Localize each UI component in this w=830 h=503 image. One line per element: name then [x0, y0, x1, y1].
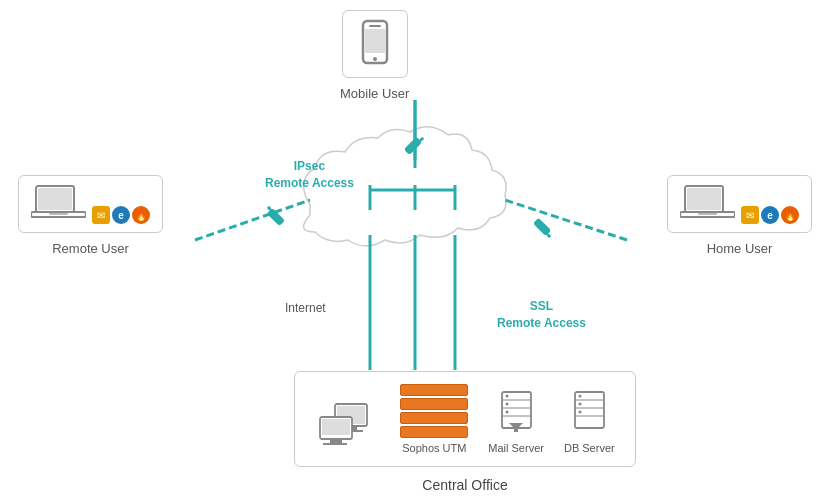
central-office-box: Sophos UTM Mail Server	[294, 371, 635, 467]
svg-rect-11	[404, 137, 422, 155]
svg-rect-19	[546, 233, 551, 238]
remote-user-label: Remote User	[52, 241, 129, 256]
ssl-label-line2: Remote Access	[497, 316, 586, 330]
svg-point-24	[373, 57, 377, 61]
home-user-node: ✉ e 🔥 Home User	[667, 175, 812, 256]
ssl-label: SSL Remote Access	[497, 298, 586, 332]
svg-rect-17	[533, 218, 551, 236]
ipsec-label-line2: Remote Access	[265, 176, 354, 190]
mobile-user-node: Mobile User	[340, 10, 409, 101]
svg-rect-29	[49, 213, 68, 215]
svg-rect-51	[575, 392, 604, 428]
remote-user-node: ✉ e 🔥 Remote User	[18, 175, 163, 256]
svg-rect-41	[323, 443, 347, 445]
svg-point-56	[578, 403, 581, 406]
mobile-user-box	[342, 10, 408, 78]
home-user-label: Home User	[707, 241, 773, 256]
remote-user-box: ✉ e 🔥	[18, 175, 163, 233]
svg-point-55	[578, 395, 581, 398]
central-office-node: Sophos UTM Mail Server	[155, 371, 775, 493]
sophos-utm-device: Sophos UTM	[400, 384, 468, 454]
svg-rect-27	[38, 188, 72, 210]
svg-rect-39	[322, 419, 350, 435]
svg-rect-18	[544, 230, 549, 235]
svg-rect-23	[369, 25, 381, 27]
svg-point-48	[505, 411, 508, 414]
computers-device	[315, 399, 380, 454]
svg-rect-40	[330, 439, 342, 443]
svg-rect-15	[270, 209, 275, 214]
svg-line-8	[195, 200, 310, 240]
svg-rect-25	[365, 29, 385, 53]
laptop-icon	[31, 184, 86, 224]
svg-rect-31	[687, 188, 721, 210]
svg-point-57	[578, 411, 581, 414]
home-user-box: ✉ e 🔥	[667, 175, 812, 233]
svg-rect-14	[267, 208, 285, 226]
svg-point-47	[505, 403, 508, 406]
ipsec-label-line1: IPsec	[294, 159, 325, 173]
svg-rect-13	[419, 137, 424, 142]
computers-icon	[315, 399, 380, 454]
svg-point-46	[505, 395, 508, 398]
phone-icon	[355, 19, 395, 69]
ipsec-label: IPsec Remote Access	[265, 158, 354, 192]
laptop-home-icon	[680, 184, 735, 224]
app-icons-remote: ✉ e 🔥	[92, 206, 150, 224]
db-server-device: DB Server	[564, 390, 615, 454]
svg-rect-33	[698, 213, 717, 215]
mail-server-icon	[494, 390, 539, 440]
db-server-label: DB Server	[564, 442, 615, 454]
sophos-utm-label: Sophos UTM	[402, 442, 466, 454]
svg-rect-12	[416, 140, 421, 145]
svg-line-9	[505, 200, 627, 240]
diagram-container: Mobile User ✉ e	[0, 0, 830, 503]
ssl-label-line1: SSL	[530, 299, 553, 313]
svg-rect-50	[514, 426, 518, 432]
mail-server-device: Mail Server	[488, 390, 544, 454]
svg-rect-16	[267, 206, 272, 211]
internet-label: Internet	[285, 298, 326, 316]
mail-server-label: Mail Server	[488, 442, 544, 454]
mobile-user-label: Mobile User	[340, 86, 409, 101]
db-server-icon	[567, 390, 612, 440]
svg-rect-42	[502, 392, 531, 428]
central-office-label: Central Office	[422, 477, 507, 493]
app-icons-home: ✉ e 🔥	[741, 206, 799, 224]
